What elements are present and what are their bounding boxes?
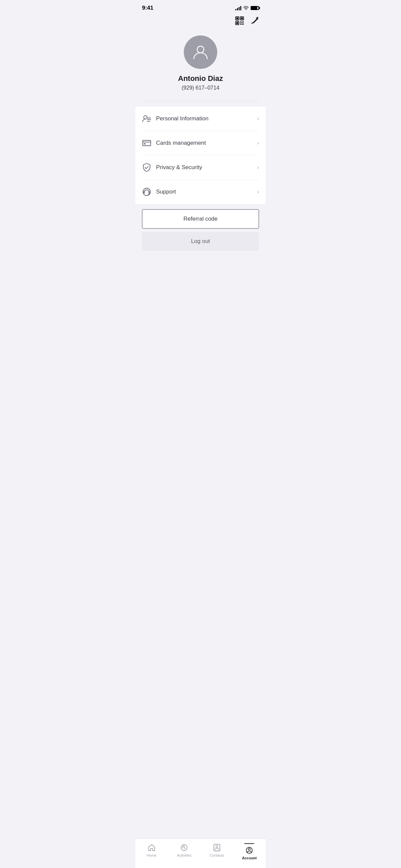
svg-rect-9	[240, 23, 242, 25]
signal-bars-icon	[235, 6, 241, 10]
action-buttons: Referral code Log out	[135, 209, 266, 251]
svg-rect-7	[240, 21, 242, 23]
svg-rect-8	[242, 21, 244, 23]
avatar	[184, 35, 217, 69]
chevron-right-icon: ›	[257, 164, 259, 170]
chevron-right-icon: ›	[257, 140, 259, 146]
profile-section: Antonio Diaz (929) 617–0714	[135, 32, 266, 101]
cards-management-label: Cards management	[156, 140, 206, 146]
menu-section: Personal Information › Cards management …	[135, 106, 266, 204]
referral-code-button[interactable]: Referral code	[142, 209, 259, 228]
chevron-right-icon: ›	[257, 189, 259, 195]
support-icon	[142, 187, 151, 196]
top-toolbar	[135, 13, 266, 32]
svg-rect-6	[236, 22, 238, 24]
profile-phone: (929) 617–0714	[182, 85, 220, 91]
status-time: 9:41	[142, 5, 153, 11]
menu-item-support[interactable]: Support ›	[142, 180, 259, 204]
qr-code-button[interactable]	[235, 16, 244, 27]
svg-rect-4	[241, 18, 243, 20]
support-label: Support	[156, 188, 176, 195]
privacy-security-label: Privacy & Security	[156, 164, 202, 171]
svg-point-0	[246, 9, 246, 10]
svg-rect-20	[144, 191, 145, 193]
battery-icon	[251, 6, 259, 10]
svg-rect-10	[242, 23, 244, 25]
svg-rect-18	[144, 144, 146, 145]
svg-point-11	[197, 46, 204, 53]
svg-rect-16	[143, 141, 151, 146]
avatar-icon	[192, 43, 209, 61]
privacy-security-icon	[142, 163, 151, 172]
main-content: Antonio Diaz (929) 617–0714 Personal Inf…	[135, 32, 266, 284]
wifi-icon	[243, 6, 249, 10]
logout-button[interactable]: Log out	[142, 232, 259, 251]
personal-info-icon	[142, 114, 151, 123]
personal-info-label: Personal Information	[156, 115, 209, 122]
svg-point-12	[144, 116, 147, 119]
menu-item-privacy-security[interactable]: Privacy & Security ›	[142, 155, 259, 180]
menu-item-personal-info[interactable]: Personal Information ›	[142, 106, 259, 131]
chevron-right-icon: ›	[257, 116, 259, 122]
profile-name: Antonio Diaz	[178, 74, 223, 83]
status-bar: 9:41	[135, 0, 266, 13]
menu-item-cards-management[interactable]: Cards management ›	[142, 131, 259, 155]
status-icons	[235, 6, 259, 10]
cards-management-icon	[142, 138, 151, 148]
svg-rect-2	[236, 18, 238, 20]
profile-divider	[142, 101, 259, 101]
edit-button[interactable]	[250, 17, 259, 26]
